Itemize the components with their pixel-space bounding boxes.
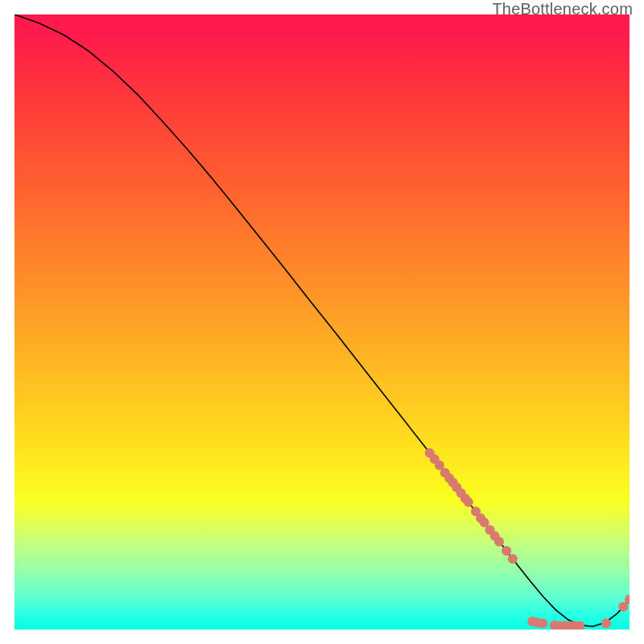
chart-background-gradient	[14, 14, 630, 630]
watermark-text: TheBottleneck.com	[492, 0, 633, 19]
chart-container: TheBottleneck.com	[0, 0, 644, 644]
